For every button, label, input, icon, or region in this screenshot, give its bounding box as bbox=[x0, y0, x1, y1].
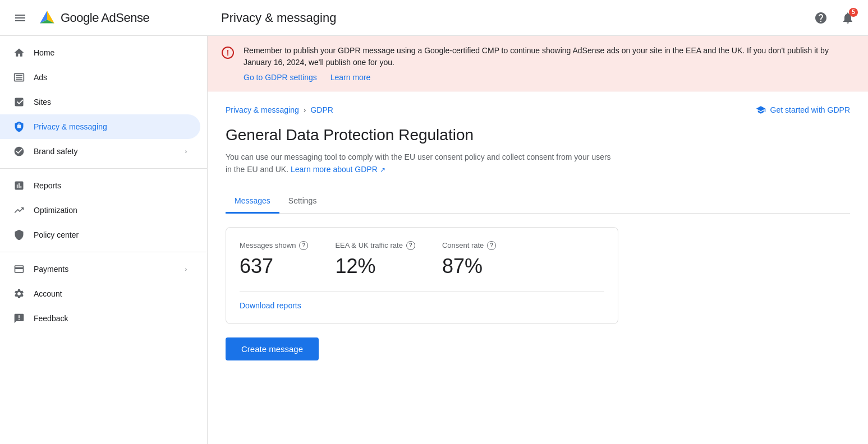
ads-icon bbox=[13, 72, 25, 83]
tab-messages[interactable]: Messages bbox=[226, 189, 279, 214]
nav-divider-1 bbox=[0, 168, 207, 169]
stat-eea-label: EEA & UK traffic rate ? bbox=[335, 241, 415, 250]
payments-icon bbox=[13, 263, 25, 275]
stat-messages-shown: Messages shown ? 637 bbox=[240, 241, 308, 278]
stat-consent-rate: Consent rate ? 87% bbox=[442, 241, 496, 278]
alert-text: Remember to publish your GDPR message us… bbox=[244, 45, 855, 68]
expand-icon-payments: › bbox=[185, 266, 187, 272]
sidebar-item-policy-center[interactable]: Policy center bbox=[0, 223, 200, 247]
gdpr-settings-link[interactable]: Go to GDPR settings bbox=[244, 73, 317, 82]
tabs: Messages Settings bbox=[226, 189, 850, 214]
download-reports-link[interactable]: Download reports bbox=[240, 301, 301, 310]
stat-eea-value: 12% bbox=[335, 255, 415, 278]
sidebar-item-payments[interactable]: Payments › bbox=[0, 257, 200, 281]
logo-icon bbox=[38, 9, 56, 27]
main-layout: Home Ads Sites Privacy & messaging bbox=[0, 36, 868, 444]
stat-consent-label: Consent rate ? bbox=[442, 241, 496, 250]
page-content: Privacy & messaging › GDPR Get started w… bbox=[208, 91, 868, 374]
logo: Google AdSense bbox=[38, 9, 149, 27]
stat-messages-label: Messages shown ? bbox=[240, 241, 308, 250]
sidebar-item-home[interactable]: Home bbox=[0, 40, 200, 65]
alert-icon: ! bbox=[221, 46, 235, 59]
alert-links: Go to GDPR settings Learn more bbox=[244, 73, 855, 82]
stats-divider bbox=[240, 292, 604, 292]
menu-button[interactable] bbox=[9, 7, 31, 29]
tab-settings[interactable]: Settings bbox=[279, 189, 326, 214]
header-left: Google AdSense bbox=[9, 7, 217, 29]
messages-help-icon[interactable]: ? bbox=[299, 241, 308, 250]
home-icon bbox=[13, 47, 25, 58]
stat-consent-value: 87% bbox=[442, 255, 496, 278]
page-description: You can use our messaging tool to comply… bbox=[226, 151, 618, 176]
sites-icon bbox=[13, 96, 25, 108]
brand-safety-icon bbox=[13, 146, 25, 157]
stat-eea-traffic: EEA & UK traffic rate ? 12% bbox=[335, 241, 415, 278]
learn-more-link[interactable]: Learn more bbox=[330, 73, 371, 82]
sidebar-item-reports[interactable]: Reports bbox=[0, 173, 200, 198]
svg-text:!: ! bbox=[227, 48, 229, 57]
stats-row: Messages shown ? 637 EEA & UK traffic ra… bbox=[240, 241, 604, 278]
privacy-icon bbox=[13, 121, 25, 132]
sidebar: Home Ads Sites Privacy & messaging bbox=[0, 36, 208, 444]
notifications-button[interactable]: 5 bbox=[837, 7, 859, 29]
expand-icon: › bbox=[185, 149, 187, 155]
create-message-button[interactable]: Create message bbox=[226, 337, 319, 360]
policy-icon bbox=[13, 229, 25, 240]
nav-divider-2 bbox=[0, 252, 207, 252]
optimization-icon bbox=[13, 205, 25, 216]
breadcrumb-separator: › bbox=[304, 105, 306, 114]
sidebar-item-ads[interactable]: Ads bbox=[0, 65, 200, 90]
help-button[interactable] bbox=[810, 7, 832, 29]
sidebar-item-feedback[interactable]: Feedback bbox=[0, 306, 200, 331]
page-title: General Data Protection Regulation bbox=[226, 126, 850, 144]
learn-more-gdpr-link[interactable]: Learn more about GDPR ↗ bbox=[291, 165, 385, 174]
breadcrumb-current: GDPR bbox=[310, 105, 333, 114]
sidebar-item-privacy-messaging[interactable]: Privacy & messaging bbox=[0, 114, 200, 139]
eea-help-icon[interactable]: ? bbox=[406, 241, 415, 250]
feedback-icon bbox=[13, 313, 25, 324]
stat-messages-value: 637 bbox=[240, 255, 308, 278]
breadcrumb-parent[interactable]: Privacy & messaging bbox=[226, 105, 299, 114]
alert-banner: ! Remember to publish your GDPR message … bbox=[208, 36, 868, 91]
header-actions: 5 bbox=[810, 7, 859, 29]
graduation-icon bbox=[756, 105, 766, 115]
header-title: Privacy & messaging bbox=[217, 11, 810, 25]
alert-content: Remember to publish your GDPR message us… bbox=[244, 45, 855, 82]
sidebar-item-account[interactable]: Account bbox=[0, 281, 200, 306]
breadcrumb: Privacy & messaging › GDPR Get started w… bbox=[226, 105, 850, 115]
get-started-link[interactable]: Get started with GDPR bbox=[756, 105, 850, 115]
account-icon bbox=[13, 288, 25, 299]
sidebar-item-brand-safety[interactable]: Brand safety › bbox=[0, 139, 200, 164]
external-link-icon: ↗ bbox=[380, 166, 385, 174]
stats-card: Messages shown ? 637 EEA & UK traffic ra… bbox=[226, 227, 618, 324]
header: Google AdSense Privacy & messaging 5 bbox=[0, 0, 868, 36]
sidebar-item-optimization[interactable]: Optimization bbox=[0, 198, 200, 223]
logo-text: Google AdSense bbox=[61, 11, 149, 25]
reports-icon bbox=[13, 180, 25, 191]
notification-badge: 5 bbox=[849, 8, 858, 17]
consent-help-icon[interactable]: ? bbox=[487, 241, 496, 250]
sidebar-item-sites[interactable]: Sites bbox=[0, 90, 200, 114]
content: ! Remember to publish your GDPR message … bbox=[208, 36, 868, 444]
